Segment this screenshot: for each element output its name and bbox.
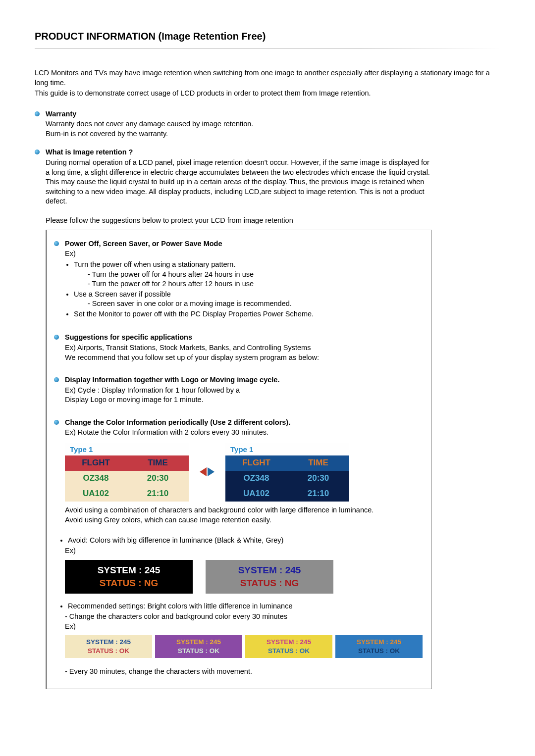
cell: UA102	[225, 486, 287, 502]
example-label: Ex)	[65, 547, 76, 554]
avoid-list: Avoid: Colors with big difference in lum…	[68, 536, 423, 546]
item-heading: Power Off, Screen Saver, or Power Save M…	[65, 239, 222, 249]
table-row: OZ348 20:30	[225, 471, 349, 486]
flight-table: FLGHT TIME OZ348 20:30 UA102	[225, 455, 349, 502]
item-body: Display Information together with Logo o…	[65, 375, 279, 405]
flight-table: FLGHT TIME OZ348 20:30 UA102	[65, 455, 189, 502]
what-is-section: What is Image retention ? During normal …	[35, 148, 500, 689]
item-body: Change the Color Information periodicall…	[65, 418, 423, 677]
section-paragraph: During normal operation of a LCD panel, …	[46, 158, 430, 205]
rec-block: SYSTEM : 245 STATUS : OK	[155, 635, 242, 658]
item-heading: Suggestions for specific applications	[65, 333, 192, 343]
bullet-icon	[35, 111, 40, 116]
status-line: SYSTEM : 245	[98, 564, 160, 577]
item-body: Suggestions for specific applications Ex…	[65, 333, 319, 362]
section-heading: Warranty	[46, 109, 76, 119]
table-row: FLGHT TIME	[225, 455, 349, 471]
every30-line: - Every 30 minutes, change the character…	[65, 667, 252, 675]
cell: 20:30	[127, 471, 189, 486]
suggestions-item: Suggestions for specific applications Ex…	[54, 333, 423, 362]
intro-line: LCD Monitors and TVs may have image rete…	[35, 68, 500, 88]
list-item: Turn the power off when using a stationa…	[74, 260, 314, 289]
example-label: Ex)	[65, 250, 76, 257]
recommended-list: Recommended settings: Bright colors with…	[68, 602, 423, 611]
follow-suggestion: Please follow the suggestions below to p…	[46, 216, 293, 224]
section-line: We recommend that you follow set up of y…	[65, 353, 319, 361]
status-line: STATUS : OK	[156, 647, 241, 655]
bullet-icon	[54, 420, 59, 425]
example-label: Ex)	[65, 622, 76, 630]
item-heading: Display Information together with Logo o…	[65, 375, 279, 385]
list-item: Recommended settings: Bright colors with…	[68, 602, 423, 611]
bullet-icon	[54, 377, 59, 382]
bullet-icon	[35, 150, 40, 154]
warranty-section: Warranty Warranty does not cover any dam…	[35, 109, 500, 139]
type-label: Type 1	[225, 443, 349, 455]
intro-line: This guide is to demonstrate correct usa…	[35, 89, 500, 99]
section-body: What is Image retention ? During normal …	[46, 148, 432, 689]
rec-block: SYSTEM : 245 STATUS : OK	[245, 635, 332, 658]
intro-text: LCD Monitors and TVs may have image rete…	[35, 68, 500, 99]
status-line: SYSTEM : 245	[156, 638, 241, 647]
col-header: FLGHT	[225, 455, 287, 471]
col-header: TIME	[127, 455, 189, 471]
table-row: OZ348 20:30	[65, 471, 189, 486]
cell: OZ348	[65, 471, 127, 486]
cell: 21:10	[127, 486, 189, 502]
status-block-black: SYSTEM : 245 STATUS : NG	[65, 560, 193, 594]
cell: UA102	[65, 486, 127, 502]
status-line: STATUS : OK	[246, 647, 331, 655]
recommended-examples-row: SYSTEM : 245 STATUS : OK SYSTEM : 245 ST…	[65, 635, 423, 658]
power-off-item: Power Off, Screen Saver, or Power Save M…	[54, 239, 423, 320]
document-page: PRODUCT INFORMATION (Image Retention Fre…	[0, 0, 535, 718]
section-heading: What is Image retention ?	[46, 148, 133, 157]
status-line: STATUS : NG	[240, 577, 299, 590]
list-item: Use a Screen saver if possible - Screen …	[74, 290, 314, 309]
status-line: SYSTEM : 245	[246, 638, 331, 647]
bullet-icon	[54, 241, 59, 246]
list-item: Avoid: Colors with big difference in lum…	[68, 536, 423, 546]
status-line: SYSTEM : 245	[336, 638, 422, 647]
guide-box: Power Off, Screen Saver, or Power Save M…	[46, 230, 432, 689]
section-body: Warranty Warranty does not cover any dam…	[46, 109, 500, 139]
type-label: Type 1	[65, 443, 189, 455]
status-line: SYSTEM : 245	[238, 564, 301, 577]
section-line: Burn-in is not covered by the warranty.	[46, 130, 168, 138]
section-line: Warranty does not cover any damage cause…	[46, 120, 253, 128]
avoid-text: Avoid using a combination of characters …	[65, 506, 374, 514]
rec-block: SYSTEM : 245 STATUS : OK	[335, 635, 423, 658]
page-title: PRODUCT INFORMATION (Image Retention Fre…	[35, 30, 500, 43]
flight-panel-a: Type 1 FLGHT TIME OZ348 20:30	[65, 443, 189, 502]
flight-panel-b: Type 1 FLGHT TIME OZ348 20:30	[225, 443, 349, 502]
item-heading: Change the Color Information periodicall…	[65, 418, 290, 428]
table-row: UA102 21:10	[225, 486, 349, 502]
table-row: UA102 21:10	[65, 486, 189, 502]
status-block-grey: SYSTEM : 245 STATUS : NG	[206, 560, 333, 594]
change-color-item: Change the Color Information periodicall…	[54, 418, 423, 677]
cell: 20:30	[287, 471, 349, 486]
flight-tables-row: Type 1 FLGHT TIME OZ348 20:30	[65, 443, 423, 502]
bullet-icon	[54, 335, 59, 340]
arrow-left-icon	[200, 467, 207, 476]
status-line: STATUS : OK	[66, 647, 151, 655]
section-line: Display Logo or moving image for 1 minut…	[65, 396, 204, 403]
cell: OZ348	[225, 471, 287, 486]
avoid-examples-row: SYSTEM : 245 STATUS : NG SYSTEM : 245 ST…	[65, 560, 423, 594]
arrow-right-icon	[208, 467, 214, 476]
list-item: Set the Monitor to power off with the PC…	[74, 309, 314, 319]
status-line: SYSTEM : 245	[66, 638, 151, 647]
table-row: FLGHT TIME	[65, 455, 189, 471]
display-info-item: Display Information together with Logo o…	[54, 375, 423, 405]
divider	[35, 48, 500, 49]
sub-line: - Change the characters color and backgr…	[65, 612, 287, 620]
avoid-text: Avoid using Grey colors, which can cause…	[65, 516, 271, 524]
sub-line: - Screen saver in one color or a moving …	[74, 299, 314, 309]
section-line: Ex) Rotate the Color Information with 2 …	[65, 428, 268, 436]
swap-arrows-icon	[195, 467, 219, 476]
col-header: FLGHT	[65, 455, 127, 471]
sub-line: - Turn the power off for 4 hours after 2…	[74, 270, 314, 280]
cell: 21:10	[287, 486, 349, 502]
section-line: Ex) Airports, Transit Stations, Stock Ma…	[65, 344, 311, 352]
rec-block: SYSTEM : 245 STATUS : OK	[65, 635, 152, 658]
status-line: STATUS : OK	[336, 647, 422, 655]
